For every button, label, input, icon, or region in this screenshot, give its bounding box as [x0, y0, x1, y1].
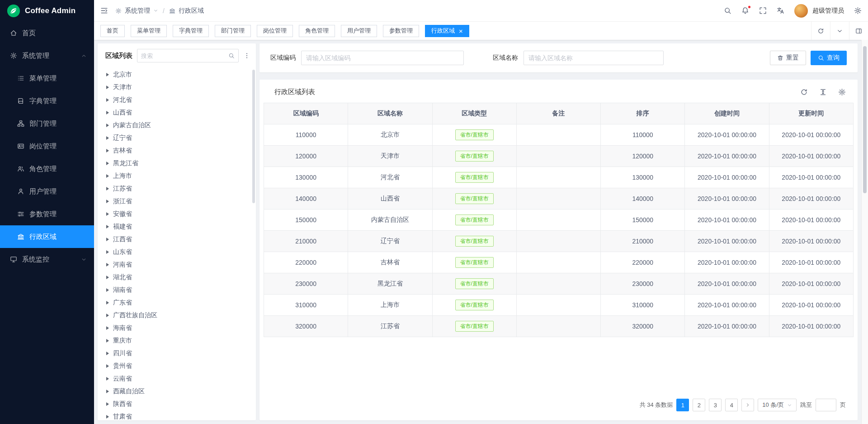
- region-name-input[interactable]: [524, 51, 664, 65]
- tree-node-海南省[interactable]: 海南省: [98, 322, 256, 334]
- caret-right-icon[interactable]: [106, 212, 109, 216]
- tree-node-陕西省[interactable]: 陕西省: [98, 398, 256, 410]
- sidebar-item-系统管理[interactable]: 系统管理: [0, 44, 94, 67]
- reset-button[interactable]: 重置: [770, 51, 806, 65]
- tab-行政区域[interactable]: 行政区域×: [425, 25, 469, 37]
- tree-node-辽宁省[interactable]: 辽宁省: [98, 132, 256, 144]
- tree-search-input[interactable]: [141, 52, 226, 59]
- search-icon[interactable]: [228, 52, 235, 59]
- collapse-sidebar-icon[interactable]: [100, 7, 108, 14]
- refresh-icon[interactable]: [800, 88, 808, 96]
- refresh-icon[interactable]: [811, 22, 830, 40]
- sidebar-item-角色管理[interactable]: 角色管理: [0, 157, 94, 180]
- tree-node-上海市[interactable]: 上海市: [98, 170, 256, 182]
- page-button-3[interactable]: 3: [709, 399, 722, 411]
- fullscreen-icon[interactable]: [759, 7, 767, 14]
- tree-node-河北省[interactable]: 河北省: [98, 94, 256, 106]
- tree-node-吉林省[interactable]: 吉林省: [98, 144, 256, 157]
- caret-right-icon[interactable]: [106, 377, 109, 381]
- page-button-1[interactable]: 1: [676, 399, 689, 411]
- jump-page-input[interactable]: [816, 399, 836, 411]
- table-row-210000[interactable]: 210000辽宁省省市/直辖市2100002020-10-01 00:00:00…: [264, 231, 854, 252]
- caret-right-icon[interactable]: [106, 200, 109, 203]
- caret-right-icon[interactable]: [106, 187, 109, 191]
- sidebar-item-行政区域[interactable]: 行政区域: [0, 225, 94, 248]
- sidebar-item-参数管理[interactable]: 参数管理: [0, 203, 94, 225]
- tab-岗位管理[interactable]: 岗位管理: [257, 25, 293, 37]
- tree-node-贵州省[interactable]: 贵州省: [98, 360, 256, 372]
- caret-right-icon[interactable]: [106, 124, 109, 127]
- caret-right-icon[interactable]: [106, 162, 109, 165]
- caret-right-icon[interactable]: [106, 174, 109, 178]
- tree-node-河南省[interactable]: 河南省: [98, 258, 256, 271]
- caret-right-icon[interactable]: [106, 136, 109, 140]
- caret-right-icon[interactable]: [106, 288, 109, 292]
- sidebar-item-岗位管理[interactable]: 岗位管理: [0, 135, 94, 157]
- tab-用户管理[interactable]: 用户管理: [341, 25, 377, 37]
- caret-right-icon[interactable]: [106, 402, 109, 406]
- tab-菜单管理[interactable]: 菜单管理: [131, 25, 167, 37]
- caret-right-icon[interactable]: [106, 238, 109, 241]
- tree-scrollbar-thumb[interactable]: [252, 70, 255, 203]
- tree-node-广东省[interactable]: 广东省: [98, 296, 256, 309]
- tree-node-江西省[interactable]: 江西省: [98, 233, 256, 246]
- tree-node-湖北省[interactable]: 湖北省: [98, 271, 256, 284]
- sidebar-item-首页[interactable]: 首页: [0, 22, 94, 44]
- close-icon[interactable]: ×: [459, 28, 463, 34]
- caret-right-icon[interactable]: [106, 301, 109, 305]
- caret-right-icon[interactable]: [106, 326, 109, 330]
- more-options-icon[interactable]: [243, 52, 250, 59]
- tree-node-广西壮族自治区[interactable]: 广西壮族自治区: [98, 309, 256, 322]
- sidebar-item-部门管理[interactable]: 部门管理: [0, 112, 94, 135]
- tree-node-内蒙古自治区[interactable]: 内蒙古自治区: [98, 119, 256, 132]
- sidebar-item-字典管理[interactable]: 字典管理: [0, 90, 94, 112]
- caret-right-icon[interactable]: [106, 98, 109, 102]
- tab-参数管理[interactable]: 参数管理: [383, 25, 419, 37]
- tree-node-山西省[interactable]: 山西省: [98, 106, 256, 119]
- region-code-input[interactable]: [301, 51, 464, 65]
- chevron-down-icon[interactable]: [830, 22, 849, 40]
- caret-right-icon[interactable]: [106, 415, 109, 419]
- page-button-2[interactable]: 2: [693, 399, 705, 411]
- sidebar-item-系统监控[interactable]: 系统监控: [0, 248, 94, 271]
- tree-node-北京市[interactable]: 北京市: [98, 68, 256, 81]
- caret-right-icon[interactable]: [106, 225, 109, 229]
- caret-right-icon[interactable]: [106, 250, 109, 254]
- tree-node-湖南省[interactable]: 湖南省: [98, 284, 256, 296]
- tab-字典管理[interactable]: 字典管理: [173, 25, 209, 37]
- sidebar-item-菜单管理[interactable]: 菜单管理: [0, 67, 94, 90]
- caret-right-icon[interactable]: [106, 111, 109, 114]
- translate-icon[interactable]: [777, 7, 784, 14]
- caret-right-icon[interactable]: [106, 263, 109, 267]
- scrollbar-thumb[interactable]: [863, 46, 867, 193]
- table-row-110000[interactable]: 110000北京市省市/直辖市1100002020-10-01 00:00:00…: [264, 124, 854, 146]
- caret-right-icon[interactable]: [106, 86, 109, 89]
- tree-node-安徽省[interactable]: 安徽省: [98, 208, 256, 220]
- caret-right-icon[interactable]: [106, 339, 109, 343]
- search-icon[interactable]: [724, 7, 731, 14]
- tab-部门管理[interactable]: 部门管理: [215, 25, 251, 37]
- tree-node-山东省[interactable]: 山东省: [98, 246, 256, 258]
- caret-right-icon[interactable]: [106, 149, 109, 152]
- page-scrollbar[interactable]: [861, 40, 868, 424]
- table-row-230000[interactable]: 230000黑龙江省省市/直辖市2300002020-10-01 00:00:0…: [264, 273, 854, 295]
- caret-right-icon[interactable]: [106, 314, 109, 317]
- layout-panel-icon[interactable]: [849, 22, 868, 40]
- page-button-4[interactable]: 4: [725, 399, 738, 411]
- tree-node-黑龙江省[interactable]: 黑龙江省: [98, 157, 256, 170]
- username[interactable]: 超级管理员: [812, 7, 844, 15]
- tree-node-云南省[interactable]: 云南省: [98, 372, 256, 385]
- tree-node-重庆市[interactable]: 重庆市: [98, 334, 256, 347]
- tree-node-西藏自治区[interactable]: 西藏自治区: [98, 385, 256, 398]
- tree-node-福建省[interactable]: 福建省: [98, 220, 256, 233]
- query-button[interactable]: 查询: [811, 51, 847, 65]
- caret-right-icon[interactable]: [106, 352, 109, 355]
- table-row-320000[interactable]: 320000江苏省省市/直辖市3200002020-10-01 00:00:00…: [264, 316, 854, 337]
- table-row-310000[interactable]: 310000上海市省市/直辖市3100002020-10-01 00:00:00…: [264, 295, 854, 316]
- settings-gear-icon[interactable]: [854, 7, 862, 14]
- table-settings-gear-icon[interactable]: [838, 88, 846, 96]
- tree-node-江苏省[interactable]: 江苏省: [98, 182, 256, 195]
- tree-node-天津市[interactable]: 天津市: [98, 81, 256, 94]
- sidebar-item-用户管理[interactable]: 用户管理: [0, 180, 94, 203]
- table-row-140000[interactable]: 140000山西省省市/直辖市1400002020-10-01 00:00:00…: [264, 188, 854, 210]
